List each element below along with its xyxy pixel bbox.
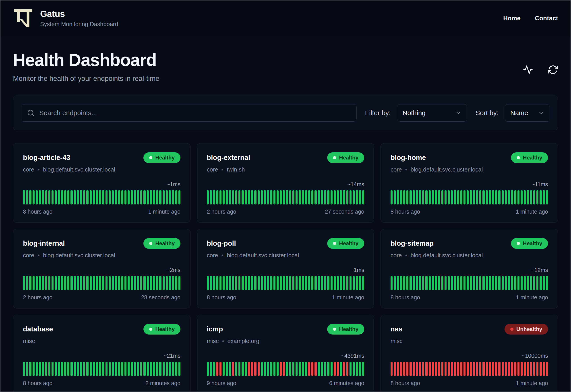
uptime-bar[interactable] [39, 362, 41, 376]
filter-select[interactable]: Nothing [397, 104, 467, 122]
uptime-bar[interactable] [438, 362, 440, 376]
uptime-bar[interactable] [324, 276, 326, 290]
uptime-bar[interactable] [77, 362, 79, 376]
uptime-bar[interactable] [267, 190, 269, 204]
uptime-bar[interactable] [150, 190, 152, 204]
uptime-bar[interactable] [546, 190, 548, 204]
uptime-bar[interactable] [283, 362, 285, 376]
uptime-bar[interactable] [289, 362, 291, 376]
uptime-bar[interactable] [229, 362, 231, 376]
uptime-bar[interactable] [169, 362, 171, 376]
uptime-bar[interactable] [492, 276, 494, 290]
uptime-bar[interactable] [45, 362, 47, 376]
uptime-bar[interactable] [391, 362, 392, 376]
uptime-bar[interactable] [96, 276, 98, 290]
uptime-bar[interactable] [213, 276, 215, 290]
uptime-bar[interactable] [334, 276, 336, 290]
uptime-bar[interactable] [467, 190, 469, 204]
uptime-bar[interactable] [327, 276, 329, 290]
uptime-bar[interactable] [346, 362, 348, 376]
uptime-bar[interactable] [445, 190, 447, 204]
uptime-bar[interactable] [67, 276, 69, 290]
uptime-bar[interactable] [143, 362, 145, 376]
uptime-bar[interactable] [121, 362, 123, 376]
uptime-bar[interactable] [153, 276, 155, 290]
uptime-bar[interactable] [479, 276, 481, 290]
uptime-bar[interactable] [445, 276, 447, 290]
uptime-bar[interactable] [112, 190, 114, 204]
uptime-bar[interactable] [445, 362, 447, 376]
uptime-bar[interactable] [473, 362, 475, 376]
uptime-bar[interactable] [318, 362, 320, 376]
uptime-bar[interactable] [505, 362, 507, 376]
uptime-bar[interactable] [71, 276, 73, 290]
uptime-bar[interactable] [258, 276, 260, 290]
uptime-bar[interactable] [239, 276, 240, 290]
uptime-bar[interactable] [422, 190, 424, 204]
uptime-bar[interactable] [508, 190, 510, 204]
uptime-bar[interactable] [220, 190, 222, 204]
uptime-bar[interactable] [71, 190, 73, 204]
uptime-bar[interactable] [391, 190, 392, 204]
uptime-bar[interactable] [397, 276, 399, 290]
uptime-bar[interactable] [109, 190, 111, 204]
uptime-bar[interactable] [156, 190, 158, 204]
uptime-bar[interactable] [254, 362, 256, 376]
uptime-bar[interactable] [331, 276, 332, 290]
uptime-bar[interactable] [413, 362, 415, 376]
uptime-bar[interactable] [156, 276, 158, 290]
uptime-bar[interactable] [286, 276, 288, 290]
uptime-bar[interactable] [353, 276, 355, 290]
uptime-bar[interactable] [343, 190, 345, 204]
uptime-bar[interactable] [80, 276, 82, 290]
uptime-bar[interactable] [289, 190, 291, 204]
uptime-bar[interactable] [71, 362, 73, 376]
uptime-bar[interactable] [419, 190, 421, 204]
uptime-bar[interactable] [61, 362, 63, 376]
sort-select[interactable]: Name [505, 104, 550, 122]
uptime-bar[interactable] [511, 276, 513, 290]
uptime-bar[interactable] [93, 190, 95, 204]
uptime-bar[interactable] [248, 276, 250, 290]
uptime-bar[interactable] [147, 190, 149, 204]
uptime-bar[interactable] [159, 276, 161, 290]
uptime-bar[interactable] [353, 190, 355, 204]
uptime-bar[interactable] [109, 362, 111, 376]
uptime-bar[interactable] [400, 276, 402, 290]
uptime-bar[interactable] [280, 276, 282, 290]
uptime-bar[interactable] [343, 362, 345, 376]
uptime-bar[interactable] [464, 276, 466, 290]
uptime-bar[interactable] [482, 362, 484, 376]
uptime-bar[interactable] [511, 190, 513, 204]
uptime-bar[interactable] [409, 362, 411, 376]
uptime-bar[interactable] [258, 362, 260, 376]
uptime-bar[interactable] [226, 276, 228, 290]
uptime-bar[interactable] [346, 276, 348, 290]
uptime-bar[interactable] [546, 276, 548, 290]
uptime-bar[interactable] [74, 190, 76, 204]
uptime-bar[interactable] [511, 362, 513, 376]
uptime-bar[interactable] [432, 276, 434, 290]
uptime-bar[interactable] [207, 276, 209, 290]
uptime-bar[interactable] [331, 362, 332, 376]
uptime-bar[interactable] [67, 190, 69, 204]
uptime-bar[interactable] [356, 362, 358, 376]
uptime-bar[interactable] [403, 276, 405, 290]
uptime-bar[interactable] [210, 190, 212, 204]
uptime-bar[interactable] [362, 190, 364, 204]
endpoint-card[interactable]: blog-home Healthy core • blog.default.sv… [380, 143, 558, 223]
uptime-bar[interactable] [23, 362, 25, 376]
uptime-bar[interactable] [96, 190, 98, 204]
uptime-bar[interactable] [239, 362, 240, 376]
uptime-bar[interactable] [239, 190, 240, 204]
uptime-bar[interactable] [277, 362, 279, 376]
brand[interactable]: Gatus System Monitoring Dashboard [13, 8, 118, 28]
uptime-bar[interactable] [36, 362, 38, 376]
uptime-bar[interactable] [273, 362, 275, 376]
uptime-bar[interactable] [473, 190, 475, 204]
endpoint-card[interactable]: nas Unhealthy misc • ~10000ms 8 hours ag… [380, 315, 558, 392]
uptime-bar[interactable] [286, 190, 288, 204]
uptime-bar[interactable] [324, 190, 326, 204]
uptime-bar[interactable] [349, 276, 351, 290]
uptime-bar[interactable] [258, 190, 260, 204]
